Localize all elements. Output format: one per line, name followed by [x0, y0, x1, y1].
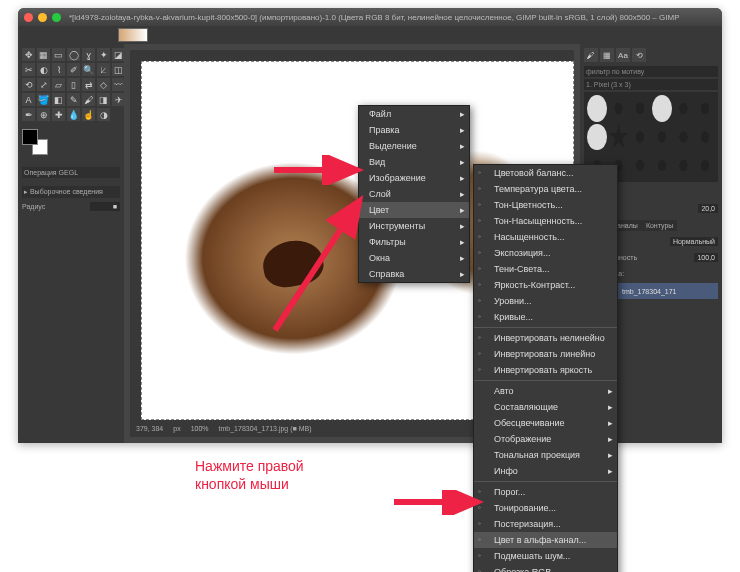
- tool-scale[interactable]: ⤢: [37, 78, 50, 91]
- radius-value[interactable]: ■: [90, 202, 120, 211]
- tool-perspective[interactable]: ▯: [67, 78, 80, 91]
- submenu-item[interactable]: Отображение▸: [474, 431, 617, 447]
- submenu-item[interactable]: ◦Подмешать шум...: [474, 548, 617, 564]
- submenu-item[interactable]: ◦Насыщенность...: [474, 229, 617, 245]
- patterns-tab[interactable]: ▦: [600, 48, 614, 62]
- tool-text[interactable]: A: [22, 93, 35, 106]
- submenu-item[interactable]: ◦Уровни...: [474, 293, 617, 309]
- submenu-item[interactable]: ◦Температура цвета...: [474, 181, 617, 197]
- tool-bucket[interactable]: 🪣: [37, 93, 50, 106]
- submenu-item[interactable]: Инфо▸: [474, 463, 617, 479]
- tool-smudge[interactable]: ☝: [82, 108, 95, 121]
- submenu-item[interactable]: Обесцвечивание▸: [474, 415, 617, 431]
- menu-item[interactable]: Цвет▸: [359, 202, 469, 218]
- tool-foreground[interactable]: ◐: [37, 63, 50, 76]
- color-submenu[interactable]: ◦Цветовой баланс...◦Температура цвета...…: [473, 164, 618, 572]
- brush-item[interactable]: [609, 124, 629, 151]
- menu-item[interactable]: Правка▸: [359, 122, 469, 138]
- tool-pencil[interactable]: ✎: [67, 93, 80, 106]
- brush-item[interactable]: [630, 152, 650, 179]
- close-button[interactable]: [24, 13, 33, 22]
- tool-gradient[interactable]: ◧: [52, 93, 65, 106]
- brush-item[interactable]: [695, 124, 715, 151]
- tool-color-picker[interactable]: ✐: [67, 63, 80, 76]
- submenu-item[interactable]: ◦Цвет в альфа-канал...: [474, 532, 617, 548]
- brush-item[interactable]: [630, 95, 650, 122]
- menu-item[interactable]: Файл▸: [359, 106, 469, 122]
- foreground-color[interactable]: [22, 129, 38, 145]
- submenu-item[interactable]: ◦Тонирование...: [474, 500, 617, 516]
- layer-name[interactable]: tmb_178304_171: [622, 288, 677, 295]
- submenu-item[interactable]: Тональная проекция▸: [474, 447, 617, 463]
- submenu-item[interactable]: ◦Инвертировать нелинейно: [474, 330, 617, 346]
- submenu-item[interactable]: Авто▸: [474, 383, 617, 399]
- brush-item[interactable]: [630, 124, 650, 151]
- tool-ellipse-select[interactable]: ◯: [67, 48, 80, 61]
- maximize-button[interactable]: [52, 13, 61, 22]
- tool-measure[interactable]: ⟀: [97, 63, 110, 76]
- submenu-item[interactable]: ◦Тон-Насыщенность...: [474, 213, 617, 229]
- status-unit[interactable]: px: [173, 425, 180, 432]
- menu-item[interactable]: Окна▸: [359, 250, 469, 266]
- menu-item[interactable]: Фильтры▸: [359, 234, 469, 250]
- minimize-button[interactable]: [38, 13, 47, 22]
- tool-free-select[interactable]: ɣ: [82, 48, 95, 61]
- image-tab[interactable]: [118, 28, 148, 42]
- tool-rotate[interactable]: ⟲: [22, 78, 35, 91]
- color-swatches[interactable]: [22, 129, 120, 159]
- submenu-item[interactable]: Составляющие▸: [474, 399, 617, 415]
- brush-item[interactable]: [652, 152, 672, 179]
- menu-item[interactable]: Выделение▸: [359, 138, 469, 154]
- brush-item[interactable]: [587, 95, 607, 122]
- brush-item[interactable]: [695, 95, 715, 122]
- tool-heal[interactable]: ✚: [52, 108, 65, 121]
- brush-item[interactable]: [695, 152, 715, 179]
- brush-item[interactable]: [652, 95, 672, 122]
- submenu-item[interactable]: ◦Инвертировать яркость: [474, 362, 617, 378]
- history-tab[interactable]: ⟲: [632, 48, 646, 62]
- tool-move[interactable]: ✥: [22, 48, 35, 61]
- submenu-item[interactable]: ◦Обрезка RGB...: [474, 564, 617, 572]
- fonts-tab[interactable]: Aa: [616, 48, 630, 62]
- submenu-item[interactable]: ◦Порог...: [474, 484, 617, 500]
- tool-ink[interactable]: ✒: [22, 108, 35, 121]
- tool-blur[interactable]: 💧: [67, 108, 80, 121]
- tool-rect-select[interactable]: ▭: [52, 48, 65, 61]
- brush-item[interactable]: [609, 95, 629, 122]
- tool-dodge[interactable]: ◑: [97, 108, 110, 121]
- brush-filter[interactable]: фильтр по мотиву: [584, 66, 718, 77]
- tool-eraser[interactable]: ◨: [97, 93, 110, 106]
- tool-options-label[interactable]: ▸ Выборочное сведения: [22, 186, 120, 198]
- tool-fuzzy-select[interactable]: ✦: [97, 48, 110, 61]
- submenu-item[interactable]: ◦Цветовой баланс...: [474, 165, 617, 181]
- brush-item[interactable]: [674, 124, 694, 151]
- tool-flip[interactable]: ⇄: [82, 78, 95, 91]
- tool-zoom[interactable]: 🔍: [82, 63, 95, 76]
- submenu-item[interactable]: ◦Экспозиция...: [474, 245, 617, 261]
- tool-align[interactable]: ▦: [37, 48, 50, 61]
- tool-scissors[interactable]: ✂: [22, 63, 35, 76]
- brush-item[interactable]: [587, 124, 607, 151]
- submenu-item[interactable]: ◦Инвертировать линейно: [474, 346, 617, 362]
- status-zoom[interactable]: 100%: [191, 425, 209, 432]
- menu-item[interactable]: Слой▸: [359, 186, 469, 202]
- submenu-item[interactable]: ◦Тени-Света...: [474, 261, 617, 277]
- tool-paintbrush[interactable]: 🖌: [82, 93, 95, 106]
- submenu-item[interactable]: ◦Постеризация...: [474, 516, 617, 532]
- menu-item[interactable]: Вид▸: [359, 154, 469, 170]
- interval-value[interactable]: 20,0: [698, 204, 718, 213]
- brush-item[interactable]: [674, 95, 694, 122]
- tool-clone[interactable]: ⊕: [37, 108, 50, 121]
- brushes-tab[interactable]: 🖌: [584, 48, 598, 62]
- ruler-horizontal[interactable]: [130, 50, 574, 61]
- paths-tab[interactable]: Контуры: [642, 220, 677, 231]
- submenu-item[interactable]: ◦Кривые...: [474, 309, 617, 325]
- brush-item[interactable]: [652, 124, 672, 151]
- tool-paths[interactable]: ⌇: [52, 63, 65, 76]
- tool-cage[interactable]: ◇: [97, 78, 110, 91]
- opacity-value[interactable]: 100,0: [694, 253, 718, 262]
- menu-item[interactable]: Справка▸: [359, 266, 469, 282]
- submenu-item[interactable]: ◦Тон-Цветность...: [474, 197, 617, 213]
- tool-shear[interactable]: ▱: [52, 78, 65, 91]
- brush-item[interactable]: [674, 152, 694, 179]
